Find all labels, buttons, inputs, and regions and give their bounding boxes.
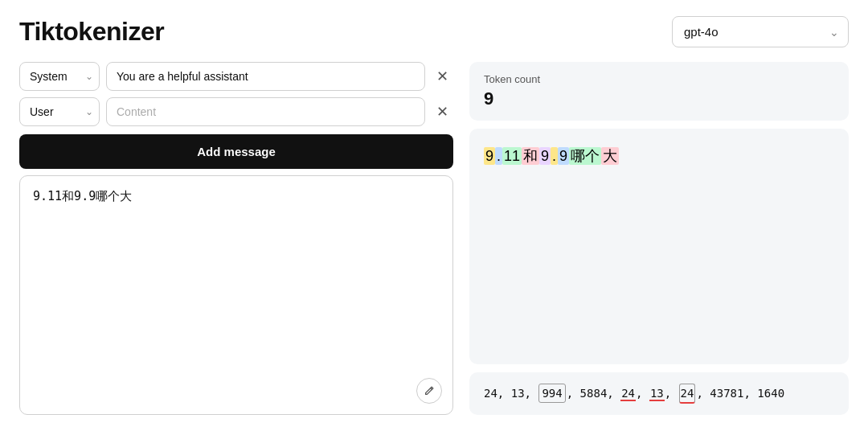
user-role-select[interactable]: System User Assistant [19,97,100,126]
token-segment-1: . [495,147,502,165]
tokens-text: 9.11和9.9哪个大 [484,143,834,169]
token-id-13-underlined: 13 [649,387,665,401]
token-segment-7: 哪个 [569,147,601,165]
main-content: System User Assistant ⌄ ✕ System User As… [19,62,849,415]
remove-system-message-button[interactable]: ✕ [432,64,453,88]
token-id-sep-5: , [636,387,649,400]
token-id-sep-1: , [497,387,511,400]
token-segment-6: 9 [558,147,569,165]
model-select-wrapper: gpt-4o gpt-4 gpt-3.5-turbo text-davinci-… [672,16,849,47]
token-id-5884-plain: 5884 [580,387,608,400]
token-id-1640-plain: 1640 [757,387,784,400]
token-segment-5: . [551,147,558,165]
token-id-13-plain: 13 [511,387,525,400]
token-id-994-boxed: 994 [538,384,565,403]
token-segment-2: 11 [502,147,522,165]
model-select[interactable]: gpt-4o gpt-4 gpt-3.5-turbo text-davinci-… [672,16,849,47]
edit-icon[interactable] [416,378,442,404]
system-content-input[interactable] [106,62,425,91]
token-id-sep-4: , [607,387,620,400]
tokens-visual-box: 9.11和9.9哪个大 [469,129,849,364]
system-role-select-wrapper: System User Assistant ⌄ [19,62,100,91]
system-role-select[interactable]: System User Assistant [19,62,100,91]
remove-user-message-button[interactable]: ✕ [432,100,453,124]
token-ids-text: 24, 13, 994, 5884, 24, 13, 24, 43781, 16… [484,384,834,404]
user-role-select-wrapper: System User Assistant ⌄ [19,97,100,126]
token-segment-3: 和 [522,147,539,165]
system-message-row: System User Assistant ⌄ ✕ [19,62,453,91]
token-segment-8: 大 [601,147,619,165]
header-row: Tiktokenizer gpt-4o gpt-4 gpt-3.5-turbo … [19,16,849,47]
textarea-wrapper: 9.11和9.9哪个大 [19,175,453,415]
token-segment-4: 9 [539,147,551,165]
token-id-sep-3: , [567,387,580,400]
token-id-sep-2: , [525,387,538,400]
app-title: Tiktokenizer [19,17,164,47]
left-panel: System User Assistant ⌄ ✕ System User As… [19,62,453,415]
right-panel: Token count 9 9.11和9.9哪个大 24, 13, 994, 5… [469,62,849,415]
token-id-sep-7: , [696,387,710,400]
app-container: Tiktokenizer gpt-4o gpt-4 gpt-3.5-turbo … [0,0,868,431]
token-id-24-underlined: 24 [620,387,636,401]
token-id-sep-8: , [743,387,757,400]
token-count-value: 9 [484,88,834,109]
user-content-input[interactable] [106,97,425,126]
token-id-24-boxed-underlined: 24 [679,384,696,404]
token-count-label: Token count [484,73,834,85]
user-message-row: System User Assistant ⌄ ✕ [19,97,453,126]
token-id-sep-6: , [665,387,678,400]
token-id-43781-plain: 43781 [710,387,743,400]
main-textarea[interactable]: 9.11和9.9哪个大 [19,175,453,415]
token-count-box: Token count 9 [469,62,849,121]
token-ids-box: 24, 13, 994, 5884, 24, 13, 24, 43781, 16… [469,372,849,415]
token-id-24-plain: 24 [484,387,497,400]
token-segment-0: 9 [484,147,495,165]
add-message-button[interactable]: Add message [19,134,453,169]
